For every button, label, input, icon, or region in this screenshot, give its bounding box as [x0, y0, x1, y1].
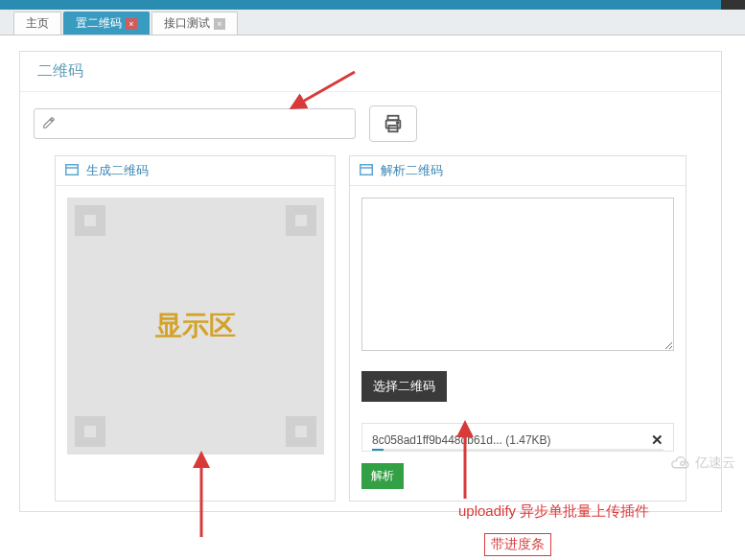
cloud-icon	[670, 456, 691, 470]
tab-bar: 主页 置二维码 × 接口测试 ×	[0, 10, 745, 35]
display-label: 显示区	[155, 308, 236, 344]
window-icon	[65, 164, 79, 178]
print-icon	[383, 113, 404, 134]
tab-qr-close-icon[interactable]: ×	[126, 18, 137, 30]
tab-api-label: 接口测试	[164, 15, 210, 32]
tab-api-close-icon[interactable]: ×	[214, 18, 225, 30]
remove-file-icon[interactable]: ✕	[651, 432, 664, 449]
select-qr-button[interactable]: 选择二维码	[361, 371, 447, 402]
svg-point-11	[681, 461, 685, 465]
edit-icon	[42, 116, 56, 132]
panel-title: 二维码	[20, 52, 721, 92]
parse-panel: 解析二维码 选择二维码 8c058ad1ff9b448db61d... (1.4…	[349, 155, 687, 502]
upload-progress-bar	[372, 449, 664, 451]
print-button[interactable]	[369, 105, 417, 142]
qr-corner-icon	[286, 416, 316, 447]
qr-corner-icon	[75, 205, 105, 236]
generate-panel: 生成二维码 显示区	[55, 155, 336, 502]
qr-text-input-wrap[interactable]	[34, 108, 356, 139]
tab-qr-label: 置二维码	[76, 15, 122, 32]
tab-home-label: 主页	[26, 15, 49, 32]
watermark: 亿速云	[670, 455, 735, 472]
tab-api[interactable]: 接口测试 ×	[151, 12, 238, 35]
annotation-progress: 带进度条	[484, 533, 551, 556]
qr-panel: 二维码	[19, 51, 722, 512]
svg-point-3	[397, 122, 399, 124]
qr-display-area: 显示区	[67, 198, 324, 455]
qr-text-input[interactable]	[61, 109, 347, 138]
window-icon	[360, 164, 373, 178]
tab-home[interactable]: 主页	[13, 12, 61, 35]
parse-title: 解析二维码	[381, 162, 443, 179]
svg-rect-4	[66, 164, 79, 175]
parse-button[interactable]: 解析	[361, 463, 404, 489]
parse-output-textarea[interactable]	[361, 198, 674, 351]
upload-file-name: 8c058ad1ff9b448db61d... (1.47KB)	[372, 433, 551, 447]
qr-corner-icon	[286, 205, 316, 236]
watermark-text: 亿速云	[695, 455, 735, 472]
svg-rect-6	[361, 164, 373, 175]
generate-title: 生成二维码	[86, 162, 149, 179]
qr-corner-icon	[75, 416, 105, 447]
upload-file-row: 8c058ad1ff9b448db61d... (1.47KB) ✕	[361, 423, 674, 452]
tab-qr[interactable]: 置二维码 ×	[63, 12, 150, 35]
